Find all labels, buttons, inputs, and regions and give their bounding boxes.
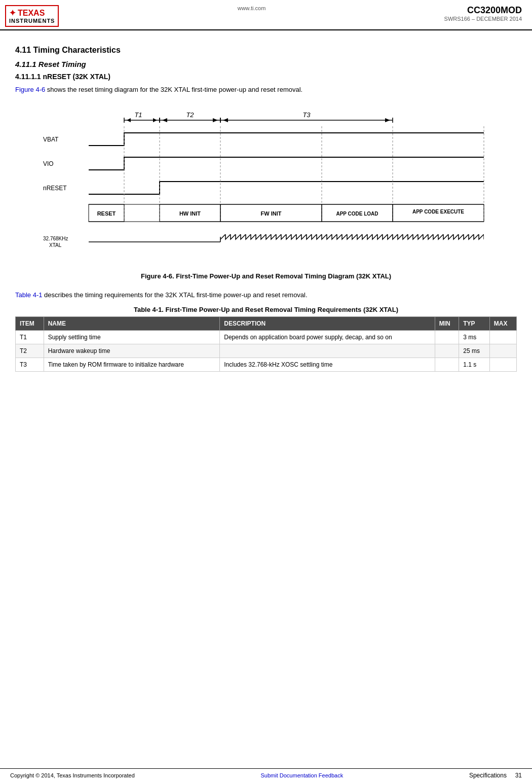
table-4-1-link[interactable]: Table 4-1	[15, 291, 42, 299]
svg-text:T1: T1	[134, 111, 142, 119]
footer-section: Specifications	[469, 772, 507, 779]
col-typ: TYP	[459, 317, 490, 331]
cell-max	[489, 358, 516, 372]
cell-min	[435, 358, 459, 372]
svg-text:APP CODE LOAD: APP CODE LOAD	[336, 211, 378, 217]
table-intro-paragraph: Table 4-1 describes the timing requireme…	[15, 290, 517, 300]
intro-paragraph: Figure 4-6 shows the reset timing diagra…	[15, 85, 517, 95]
cell-item: T2	[16, 344, 44, 358]
svg-text:T3: T3	[302, 111, 311, 119]
cell-item: T3	[16, 358, 44, 372]
cell-min	[435, 344, 459, 358]
footer-center: Submit Documentation Feedback	[135, 772, 469, 778]
svg-text:32.768KHz: 32.768KHz	[43, 236, 68, 241]
cell-max	[489, 331, 516, 344]
col-name: NAME	[44, 317, 220, 331]
header-right: CC3200MOD SWRS166 – DECEMBER 2014	[444, 5, 522, 22]
svg-text:T2: T2	[186, 111, 194, 119]
table-row: T3Time taken by ROM firmware to initiali…	[16, 358, 517, 372]
cell-min	[435, 331, 459, 344]
section-41111-heading: 4.11.1.1 nRESET (32K XTAL)	[15, 73, 517, 81]
svg-text:HW INIT: HW INIT	[179, 210, 201, 217]
table-row: T2Hardware wakeup time25 ms	[16, 344, 517, 358]
svg-marker-4	[127, 118, 131, 122]
col-min: MIN	[435, 317, 459, 331]
cell-item: T1	[16, 331, 44, 344]
table-caption: Table 4-1. First-Time Power-Up and Reset…	[15, 306, 517, 313]
diagram-caption: Figure 4-6. First-Time Power-Up and Rese…	[38, 272, 494, 280]
svg-text:nRESET: nRESET	[43, 185, 67, 192]
main-content: 4.11 Timing Characteristics 4.11.1 Reset…	[0, 30, 532, 392]
header-url: www.ti.com	[238, 5, 266, 11]
cell-max	[489, 344, 516, 358]
product-name: CC3200MOD	[444, 5, 522, 16]
timing-requirements-table: ITEM NAME DESCRIPTION MIN TYP MAX T1Supp…	[15, 316, 517, 372]
figure-4-6-link[interactable]: Figure 4-6	[15, 86, 45, 93]
svg-text:APP CODE EXECUTE: APP CODE EXECUTE	[412, 209, 464, 215]
col-item: ITEM	[16, 317, 44, 331]
section-4111-heading: 4.11.1 Reset Timing	[15, 60, 517, 68]
footer-right: Specifications 31	[469, 772, 522, 779]
timing-diagram-container: T1 T2 T3 VBAT VIO	[38, 105, 494, 280]
col-max: MAX	[489, 317, 516, 331]
svg-text:RESET: RESET	[97, 210, 116, 217]
cell-typ: 25 ms	[459, 344, 490, 358]
table-row: T1Supply settling timeDepends on applica…	[16, 331, 517, 344]
logo-star-icon: ✦	[9, 8, 16, 18]
footer-copyright: Copyright © 2014, Texas Instruments Inco…	[10, 772, 135, 778]
logo-texas-text: TEXAS	[18, 9, 45, 18]
section-411-heading: 4.11 Timing Characteristics	[15, 46, 517, 55]
page-footer: Copyright © 2014, Texas Instruments Inco…	[0, 768, 532, 782]
cell-typ: 3 ms	[459, 331, 490, 344]
footer-page: 31	[515, 772, 522, 779]
svg-text:VBAT: VBAT	[43, 136, 59, 143]
cell-description	[220, 344, 435, 358]
cell-typ: 1.1 s	[459, 358, 490, 372]
table-header-row: ITEM NAME DESCRIPTION MIN TYP MAX	[16, 317, 517, 331]
svg-marker-11	[213, 118, 218, 122]
svg-marker-17	[385, 118, 390, 122]
cell-description: Depends on application board power suppl…	[220, 331, 435, 344]
svg-text:FW INIT: FW INIT	[261, 210, 282, 217]
svg-marker-5	[153, 118, 157, 122]
timing-diagram-svg: T1 T2 T3 VBAT VIO	[38, 105, 494, 267]
svg-text:VIO: VIO	[43, 160, 54, 167]
cell-name: Supply settling time	[44, 331, 220, 344]
cell-name: Hardware wakeup time	[44, 344, 220, 358]
svg-marker-16	[223, 118, 228, 122]
svg-text:XTAL: XTAL	[49, 242, 62, 248]
logo-area: ✦ TEXAS INSTRUMENTS	[5, 5, 59, 27]
cell-description: Includes 32.768-kHz XOSC settling time	[220, 358, 435, 372]
cell-name: Time taken by ROM firmware to initialize…	[44, 358, 220, 372]
page-header: ✦ TEXAS INSTRUMENTS www.ti.com CC3200MOD…	[0, 0, 532, 30]
feedback-link[interactable]: Submit Documentation Feedback	[261, 772, 344, 778]
logo-box: ✦ TEXAS INSTRUMENTS	[5, 5, 59, 27]
doc-id: SWRS166 – DECEMBER 2014	[444, 16, 522, 22]
svg-marker-10	[162, 118, 167, 122]
logo-instruments-text: INSTRUMENTS	[9, 18, 55, 24]
texas-instruments-logo: ✦ TEXAS	[9, 8, 45, 18]
col-description: DESCRIPTION	[220, 317, 435, 331]
